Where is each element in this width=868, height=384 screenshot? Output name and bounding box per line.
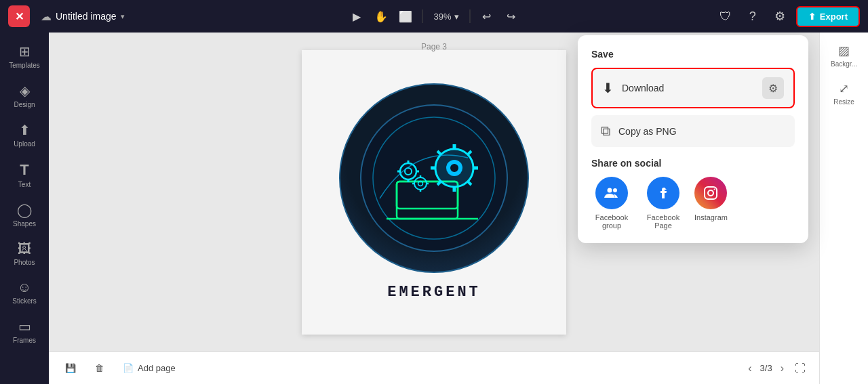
facebook-page-button[interactable]: Facebook Page <box>643 177 684 230</box>
redo-button[interactable]: ↪ <box>500 5 522 27</box>
shapes-icon: ◯ <box>17 202 32 218</box>
export-label: Export <box>820 12 848 22</box>
help-button[interactable]: ? <box>742 5 764 27</box>
photos-icon: 🖼 <box>18 241 31 257</box>
export-button[interactable]: ⬆ Export <box>796 6 860 27</box>
photos-label: Photos <box>14 259 35 266</box>
upload-icon: ⬆ <box>19 122 31 138</box>
delete-button[interactable]: 🗑 <box>90 360 109 376</box>
upload-label: Upload <box>14 140 35 148</box>
sidebar-item-photos[interactable]: 🖼 Photos <box>3 236 46 272</box>
page-indicator: 3/3 <box>760 363 772 373</box>
svg-point-33 <box>714 189 715 190</box>
zoom-chevron-icon: ▾ <box>454 12 459 22</box>
toolbar-right: 🛡 ? ⚙ ⬆ Export <box>715 5 860 27</box>
prev-page-button[interactable]: ‹ <box>745 360 754 377</box>
stickers-label: Stickers <box>12 297 37 305</box>
title-area[interactable]: ☁ Untitled image ▾ <box>35 7 130 26</box>
text-icon: T <box>20 161 28 179</box>
stickers-icon: ☺ <box>18 280 31 295</box>
templates-label: Templates <box>9 62 40 69</box>
svg-point-32 <box>708 190 713 196</box>
page-nav: ‹ 3/3 › ⛶ <box>745 360 808 377</box>
frame-tool-button[interactable]: ⬜ <box>395 5 416 27</box>
document-title: Untitled image <box>56 11 117 22</box>
save-to-device-button[interactable]: 💾 <box>60 360 81 376</box>
brand-text: EMERGENT <box>387 284 481 301</box>
svg-point-30 <box>613 188 617 192</box>
bottom-bar: 💾 🗑 📄 Add page ‹ 3/3 › ⛶ <box>49 351 819 384</box>
svg-point-0 <box>361 105 507 251</box>
cloud-icon: ☁ <box>41 10 52 23</box>
background-icon: ▨ <box>838 43 850 58</box>
export-dropdown: Save ⬇ Download ⚙ ⧉ Copy as PNG Share on… <box>578 35 808 243</box>
facebook-page-label: Facebook Page <box>643 213 684 230</box>
add-page-icon: 📄 <box>123 363 134 373</box>
templates-icon: ⊞ <box>19 43 31 60</box>
left-sidebar: ⊞ Templates ◈ Design ⬆ Upload T Text ◯ S… <box>0 33 49 384</box>
hand-tool-button[interactable]: ✋ <box>370 5 392 27</box>
sidebar-item-shapes[interactable]: ◯ Shapes <box>3 196 46 233</box>
svg-point-29 <box>608 188 612 193</box>
sidebar-item-templates[interactable]: ⊞ Templates <box>3 38 46 74</box>
design-icon: ◈ <box>20 83 30 99</box>
delete-icon: 🗑 <box>95 363 104 373</box>
save-icon: 💾 <box>65 363 76 373</box>
download-button[interactable]: ⬇ Download ⚙ <box>591 68 795 108</box>
sidebar-item-stickers[interactable]: ☺ Stickers <box>3 274 46 310</box>
add-page-button[interactable]: 📄 Add page <box>117 360 181 376</box>
download-icon: ⬇ <box>602 80 614 96</box>
instagram-label: Instagram <box>694 213 728 221</box>
sidebar-item-design[interactable]: ◈ Design <box>3 77 46 114</box>
top-bar: ✕ ☁ Untitled image ▾ ▶ ✋ ⬜ 39% ▾ ↩ ↪ 🛡 ?… <box>0 0 868 33</box>
text-label: Text <box>18 181 31 188</box>
sidebar-item-frames[interactable]: ▭ Frames <box>3 313 46 349</box>
save-section-label: Save <box>591 49 795 60</box>
svg-rect-31 <box>705 187 717 199</box>
background-label: Backgr... <box>831 60 857 68</box>
share-section-label: Share on social <box>591 158 795 169</box>
copy-icon: ⧉ <box>601 123 610 139</box>
sidebar-item-upload[interactable]: ⬆ Upload <box>3 116 46 153</box>
undo-button[interactable]: ↩ <box>476 5 498 27</box>
settings-sliders-icon: ⚙ <box>768 82 778 95</box>
zoom-level: 39% <box>433 12 451 22</box>
instagram-button[interactable]: Instagram <box>694 177 728 221</box>
export-icon: ⬆ <box>808 12 816 22</box>
select-tool-button[interactable]: ▶ <box>346 5 368 27</box>
zoom-selector[interactable]: 39% ▾ <box>428 9 464 24</box>
shield-icon-button[interactable]: 🛡 <box>715 5 736 27</box>
social-row: Facebook group Facebook Page Instagram <box>591 177 795 230</box>
facebook-group-icon <box>595 177 628 209</box>
panel-item-resize[interactable]: ⤢ Resize <box>823 76 866 111</box>
logo-svg <box>359 104 509 253</box>
canvas-image <box>339 83 529 273</box>
instagram-icon <box>694 177 727 209</box>
copy-png-button[interactable]: ⧉ Copy as PNG <box>591 115 795 147</box>
panel-item-background[interactable]: ▨ Backgr... <box>823 38 866 73</box>
toolbar-separator <box>422 9 422 23</box>
facebook-page-icon <box>647 177 679 209</box>
toolbar-center: ▶ ✋ ⬜ 39% ▾ ↩ ↪ <box>346 5 521 27</box>
copy-png-label: Copy as PNG <box>618 126 677 137</box>
next-page-button[interactable]: › <box>778 360 787 377</box>
frames-icon: ▭ <box>18 318 31 335</box>
svg-point-20 <box>450 164 458 172</box>
facebook-group-button[interactable]: Facebook group <box>591 177 632 230</box>
design-label: Design <box>14 101 35 108</box>
app-logo[interactable]: ✕ <box>8 5 30 27</box>
download-label: Download <box>622 83 754 93</box>
download-settings-button[interactable]: ⚙ <box>762 77 784 99</box>
resize-label: Resize <box>833 98 854 106</box>
fullscreen-button[interactable]: ⛶ <box>792 360 808 377</box>
resize-icon: ⤢ <box>839 81 849 96</box>
right-panel: ▨ Backgr... ⤢ Resize <box>819 33 868 384</box>
page-label: Page 3 <box>421 42 447 51</box>
design-canvas[interactable]: EMERGENT <box>302 50 566 335</box>
add-page-label: Add page <box>138 363 176 373</box>
facebook-group-label: Facebook group <box>591 213 632 230</box>
toolbar-separator-2 <box>470 9 471 23</box>
shapes-label: Shapes <box>13 220 36 228</box>
settings-button[interactable]: ⚙ <box>769 5 791 27</box>
sidebar-item-text[interactable]: T Text <box>3 156 46 194</box>
